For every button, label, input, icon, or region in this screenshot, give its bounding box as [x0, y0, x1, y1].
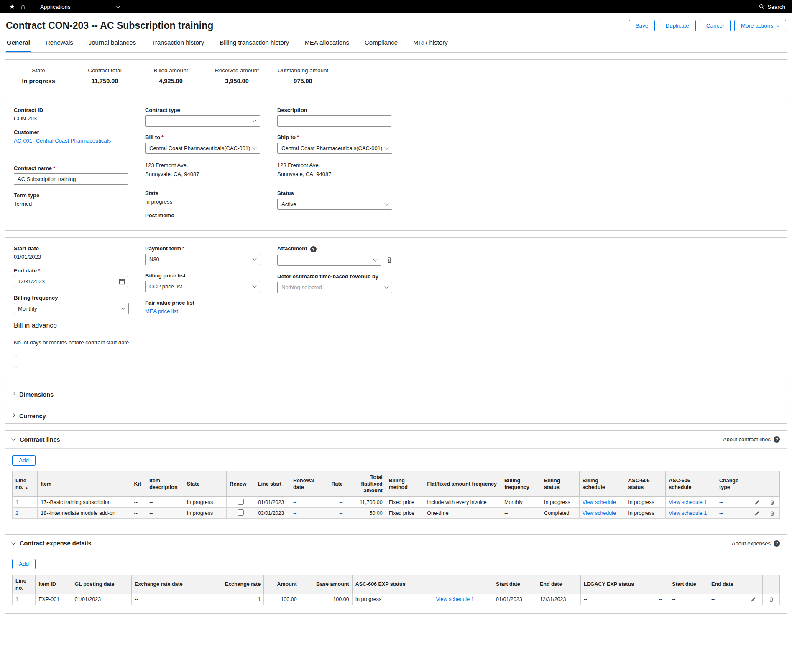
ship-to-select[interactable]: Central Coast Pharmaceuticals(CAC-001)	[277, 143, 392, 154]
attachment-field: Attachment	[277, 245, 778, 266]
bill-in-advance-heading: Bill in advance	[14, 322, 145, 329]
delete-icon[interactable]	[769, 597, 774, 602]
chevron-down-icon	[253, 256, 257, 260]
tab-general[interactable]: General	[6, 35, 31, 52]
line-number-link[interactable]: 2	[15, 510, 18, 516]
col-amount: Amount	[264, 575, 300, 594]
payment-term-select[interactable]: N30	[145, 254, 260, 265]
billing-frequency-field: Billing frequency Monthly	[14, 295, 145, 314]
customer-link[interactable]: AC-001--Central Coast Pharmaceuticals	[14, 137, 111, 144]
help-icon[interactable]	[310, 246, 317, 252]
end-date-input-wrap	[14, 276, 128, 287]
cell-renewal-date: --	[290, 497, 325, 508]
billing-schedule-link[interactable]: View schedule	[583, 510, 616, 516]
contract-name-input[interactable]	[14, 173, 128, 185]
expenses-table: Line no. Item ID GL posting date Exchang…	[12, 575, 780, 605]
line-number-link[interactable]: 1	[15, 499, 18, 505]
applications-menu[interactable]: Applications	[40, 4, 120, 10]
col-rate: Rate	[325, 471, 346, 497]
home-icon[interactable]	[18, 3, 28, 11]
defer-revenue-select[interactable]: Nothing selected	[277, 282, 392, 293]
field-label: Ship to	[277, 134, 778, 140]
duplicate-button[interactable]: Duplicate	[659, 20, 695, 31]
about-expenses: About expenses	[732, 540, 780, 547]
search-button[interactable]: Search	[759, 4, 785, 10]
field-label: Post memo	[145, 212, 277, 219]
section-dimensions[interactable]: Dimensions	[5, 387, 787, 402]
field-label: End date	[14, 267, 145, 274]
tab-renewals[interactable]: Renewals	[45, 35, 74, 52]
tab-journal-balances[interactable]: Journal balances	[88, 35, 137, 52]
description-input[interactable]	[277, 115, 391, 127]
help-icon[interactable]	[774, 436, 780, 443]
tab-compliance[interactable]: Compliance	[364, 35, 399, 52]
cell-change-type: --	[716, 497, 750, 508]
add-expense-button[interactable]: Add	[12, 559, 36, 569]
favorites-star-icon[interactable]	[7, 3, 18, 10]
col-kit: Kit	[131, 471, 146, 497]
paperclip-icon[interactable]	[386, 257, 393, 264]
payment-term-field: Payment term N30	[145, 245, 277, 265]
contract-id-field: Contract ID CON-203	[14, 107, 145, 122]
billing-frequency-select[interactable]: Monthly	[14, 303, 129, 314]
end-date-input[interactable]	[14, 276, 128, 287]
add-contract-line-button[interactable]: Add	[12, 455, 36, 466]
empty-value: --	[14, 151, 145, 158]
attachment-select[interactable]	[277, 255, 381, 266]
stat-value: In progress	[9, 78, 68, 84]
chevron-down-icon	[253, 118, 257, 122]
col-asc606-status: ASC-606 status	[625, 471, 666, 497]
cell-rate: --	[325, 497, 346, 508]
asc606-schedule-link[interactable]: View schedule 1	[669, 510, 707, 516]
mea-price-list-link[interactable]: MEA price list	[145, 308, 178, 314]
col-edit	[744, 575, 763, 594]
tab-transaction-history[interactable]: Transaction history	[151, 35, 205, 52]
edit-icon[interactable]	[751, 597, 756, 602]
edit-icon[interactable]	[754, 500, 760, 505]
chevron-down-icon	[373, 257, 378, 262]
contract-details-card: Contract ID CON-203 Customer AC-001--Cen…	[5, 99, 787, 231]
delete-icon[interactable]	[769, 500, 775, 505]
col-line-no: Line no.	[13, 575, 36, 594]
tab-billing-transaction-history[interactable]: Billing transaction history	[219, 35, 290, 52]
calendar-icon[interactable]	[119, 278, 125, 285]
tab-mea-allocations[interactable]: MEA allocations	[304, 35, 350, 52]
billing-schedule-link[interactable]: View schedule	[583, 499, 616, 505]
bill-to-select[interactable]: Central Coast Pharmaceuticals(CAC-001)	[145, 143, 260, 154]
contract-type-select[interactable]	[145, 115, 260, 127]
expenses-header-row: Line no. Item ID GL posting date Exchang…	[13, 575, 780, 594]
save-button[interactable]: Save	[629, 20, 655, 31]
col-asc606-schedule: ASC-606 schedule	[666, 471, 716, 497]
search-icon	[759, 4, 765, 10]
col-billing-schedule: Billing schedule	[579, 471, 625, 497]
section-currency[interactable]: Currency	[5, 409, 787, 424]
schedule-column-2: Payment term N30 Billing price list CCP …	[145, 245, 277, 376]
renew-checkbox[interactable]	[238, 509, 244, 516]
edit-icon[interactable]	[754, 511, 760, 516]
contract-name-field: Contract name	[14, 165, 145, 185]
header-actions: Save Duplicate Cancel More actions	[629, 20, 786, 31]
line-number-link[interactable]: 1	[15, 596, 18, 602]
contract-lines-toggle[interactable]: Contract lines	[12, 436, 60, 443]
delete-icon[interactable]	[769, 511, 775, 516]
stat-value: 975.00	[273, 78, 332, 84]
contract-expenses-toggle[interactable]: Contract expense details	[12, 540, 92, 547]
currency-title: Currency	[19, 413, 46, 420]
help-icon[interactable]	[774, 540, 780, 547]
stat-label: Outstanding amount	[273, 67, 332, 74]
cancel-button[interactable]: Cancel	[700, 20, 731, 31]
field-label: State	[145, 190, 277, 196]
stat-state: State In progress	[5, 65, 72, 87]
more-actions-button[interactable]: More actions	[734, 20, 786, 31]
status-select[interactable]: Active	[277, 199, 392, 210]
field-label: Attachment	[277, 245, 778, 253]
asc606-schedule-link[interactable]: View schedule 1	[669, 499, 707, 505]
col-line-no[interactable]: Line no.	[13, 471, 38, 497]
asc606-schedule-link[interactable]: View schedule 1	[436, 596, 474, 602]
billing-price-list-select[interactable]: CCP price list	[145, 281, 260, 292]
tab-mrr-history[interactable]: MRR history	[412, 35, 449, 52]
customer-extra-field: --	[14, 151, 145, 158]
more-actions-label: More actions	[741, 23, 773, 29]
renew-checkbox[interactable]	[238, 499, 244, 505]
col-end-date: End date	[537, 575, 580, 594]
